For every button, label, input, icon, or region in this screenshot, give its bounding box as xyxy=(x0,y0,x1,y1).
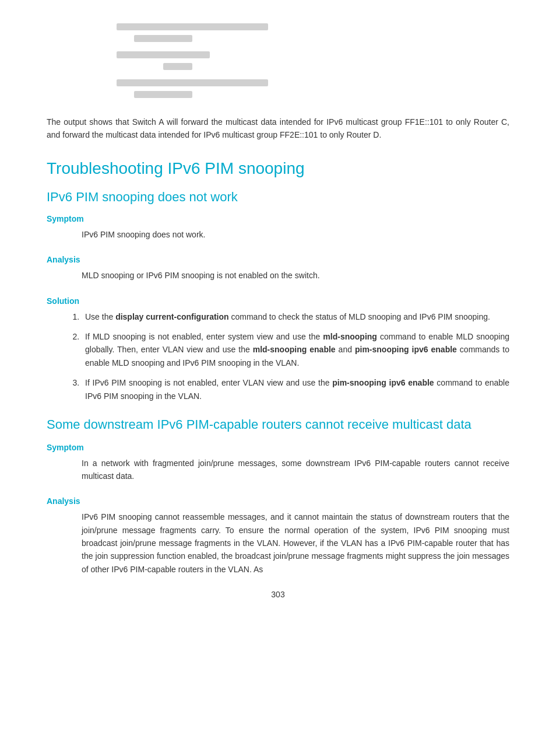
analysis-text-1: MLD snooping or IPv6 PIM snooping is not… xyxy=(47,269,509,282)
analysis-section-2: Analysis IPv6 PIM snooping cannot reasse… xyxy=(47,496,509,576)
symptom-label-1: Symptom xyxy=(47,214,509,223)
code-line xyxy=(117,51,210,58)
solution-item-2-pre: If MLD snooping is not enabled, enter sy… xyxy=(85,332,323,341)
subsection-2-title: Some downstream IPv6 PIM-capable routers… xyxy=(47,416,509,433)
solution-item-1: Use the display current-configuration co… xyxy=(82,310,509,323)
solution-item-3-cmd: pim-snooping ipv6 enable xyxy=(332,378,434,387)
solution-item-1-post: command to check the status of MLD snoop… xyxy=(229,312,490,321)
solution-list-1: Use the display current-configuration co… xyxy=(47,310,509,402)
solution-item-2: If MLD snooping is not enabled, enter sy… xyxy=(82,330,509,369)
analysis-section-1: Analysis MLD snooping or IPv6 PIM snoopi… xyxy=(47,255,509,282)
analysis-text-2: IPv6 PIM snooping cannot reassemble mess… xyxy=(47,510,509,576)
code-placeholder-block xyxy=(117,23,509,98)
code-line xyxy=(163,63,192,70)
code-line xyxy=(117,79,268,86)
solution-label-1: Solution xyxy=(47,296,509,306)
symptom-text-2: In a network with fragmented join/prune … xyxy=(47,457,509,483)
symptom-section-1: Symptom IPv6 PIM snooping does not work. xyxy=(47,214,509,241)
analysis-label-2: Analysis xyxy=(47,496,509,506)
symptom-section-2: Symptom In a network with fragmented joi… xyxy=(47,443,509,483)
solution-section-1: Solution Use the display current-configu… xyxy=(47,296,509,402)
symptom-label-2: Symptom xyxy=(47,443,509,452)
code-group-2 xyxy=(117,51,509,70)
subsection-1: IPv6 PIM snooping does not work Symptom … xyxy=(47,190,509,402)
symptom-text-1: IPv6 PIM snooping does not work. xyxy=(47,228,509,241)
subsection-2: Some downstream IPv6 PIM-capable routers… xyxy=(47,416,509,576)
page-container: The output shows that Switch A will forw… xyxy=(0,0,556,634)
solution-item-3-pre: If IPv6 PIM snooping is not enabled, ent… xyxy=(85,378,332,387)
page-number: 303 xyxy=(47,590,509,599)
solution-item-1-cmd: display current-configuration xyxy=(115,312,228,321)
solution-item-2-mid2: and xyxy=(336,345,355,354)
analysis-label-1: Analysis xyxy=(47,255,509,264)
code-line xyxy=(134,35,192,42)
subsection-1-title: IPv6 PIM snooping does not work xyxy=(47,190,509,205)
solution-item-3: If IPv6 PIM snooping is not enabled, ent… xyxy=(82,376,509,402)
solution-item-2-cmd1: mld-snooping xyxy=(323,332,377,341)
code-line xyxy=(134,91,192,98)
code-group-1 xyxy=(117,23,509,42)
code-group-3 xyxy=(117,79,509,98)
solution-item-2-cmd3: pim-snooping ipv6 enable xyxy=(355,345,457,354)
solution-item-1-pre: Use the xyxy=(85,312,115,321)
section-title: Troubleshooting IPv6 PIM snooping xyxy=(47,159,509,178)
solution-item-2-cmd2: mld-snooping enable xyxy=(253,345,336,354)
code-line xyxy=(117,23,268,30)
description-paragraph: The output shows that Switch A will forw… xyxy=(47,116,509,142)
